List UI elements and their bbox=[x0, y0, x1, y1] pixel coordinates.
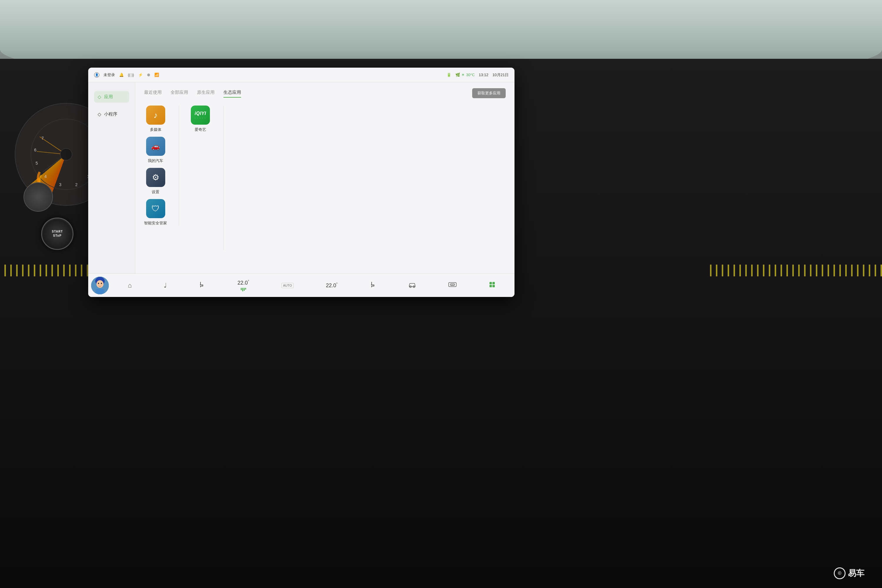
tab-all[interactable]: 全部应用 bbox=[171, 90, 188, 97]
status-bar: 👤 未登录 🔔 ((·)) ⚡ ⊕ 📶 🔋 🌿 ☀ 30°C 13:12 10月… bbox=[88, 68, 514, 82]
sun-icon: ☀ bbox=[461, 73, 465, 77]
app-security[interactable]: 🛡 智能安全管家 bbox=[144, 199, 167, 226]
weather-display: 🌿 ☀ 30°C bbox=[455, 73, 474, 77]
get-more-apps-button[interactable]: 获取更多应用 bbox=[472, 88, 506, 98]
app-multimedia[interactable]: ♪ 多媒体 bbox=[144, 105, 167, 132]
svg-rect-23 bbox=[492, 285, 495, 287]
nav-apps-grid[interactable] bbox=[486, 280, 498, 291]
app-mycar[interactable]: 🚗 我的汽车 bbox=[144, 137, 167, 164]
sidebar-item-apps[interactable]: ◇ 应用 bbox=[94, 91, 129, 103]
nav-360[interactable]: 360 bbox=[445, 280, 460, 291]
svg-rect-22 bbox=[489, 285, 492, 287]
mini-programs-label: 小程序 bbox=[104, 111, 117, 117]
iqiyi-label: 爱奇艺 bbox=[195, 127, 206, 132]
multimedia-label: 多媒体 bbox=[150, 127, 161, 132]
multimedia-icon: ♪ bbox=[146, 105, 165, 124]
signal-icon: 📶 bbox=[154, 73, 159, 77]
sidebar-divider bbox=[224, 106, 224, 250]
recent-apps-column: ♪ 多媒体 🚗 我的汽车 ⚙ bbox=[144, 105, 167, 226]
topbar-left: 👤 未登录 🔔 ((·)) ⚡ ⊕ 📶 bbox=[94, 72, 159, 78]
security-icon: 🛡 bbox=[146, 199, 165, 218]
app-area: 最近使用 全部应用 原生应用 生态应用 获取更多应用 ♪ 多媒体 bbox=[135, 82, 514, 273]
svg-point-8 bbox=[60, 148, 72, 160]
seat-right-icon bbox=[370, 281, 376, 290]
temp-left-display: 22.0° bbox=[237, 279, 249, 286]
apps-icon: ◇ bbox=[98, 94, 101, 100]
temp-right-value: 22.0° bbox=[326, 282, 338, 289]
time-display: 13:12 bbox=[479, 73, 489, 77]
cross-stitch-decoration-left bbox=[0, 265, 88, 276]
infotainment-screen: 👤 未登录 🔔 ((·)) ⚡ ⊕ 📶 🔋 🌿 ☀ 30°C 13:12 10月… bbox=[88, 68, 514, 297]
ai-avatar[interactable] bbox=[91, 277, 109, 294]
tab-recent[interactable]: 最近使用 bbox=[144, 90, 162, 97]
eco-apps-column: iQIYI · · · · · 爱奇艺 bbox=[191, 105, 210, 226]
app-iqiyi[interactable]: iQIYI · · · · · 爱奇艺 bbox=[191, 105, 210, 132]
svg-text:7: 7 bbox=[42, 136, 44, 141]
svg-text:6: 6 bbox=[34, 148, 36, 152]
svg-point-14 bbox=[101, 282, 102, 284]
nav-home[interactable]: ⌂ bbox=[125, 280, 135, 291]
tab-native[interactable]: 原生应用 bbox=[197, 90, 214, 97]
notification-icon: 🔔 bbox=[119, 73, 124, 77]
audio-icon: ((·)) bbox=[128, 73, 134, 77]
app-sidebar: ◇ 应用 ◇ 小程序 bbox=[88, 82, 135, 273]
watermark-logo: © bbox=[834, 567, 846, 579]
mycar-label: 我的汽车 bbox=[148, 158, 163, 164]
iqiyi-icon: iQIYI · · · · · bbox=[191, 105, 210, 124]
bottom-navigation: ⌂ ♩ 22.0° bbox=[112, 278, 512, 293]
svg-point-13 bbox=[98, 282, 99, 284]
nav-seat-left[interactable] bbox=[196, 280, 208, 291]
tab-eco[interactable]: 生态应用 bbox=[224, 90, 241, 97]
temp-control-left[interactable]: 22.0° bbox=[235, 278, 252, 293]
temp-left-value: 22.0° bbox=[237, 279, 249, 286]
avatar-image bbox=[91, 277, 109, 294]
watermark: © 易车 bbox=[834, 567, 864, 579]
svg-text:4: 4 bbox=[44, 174, 47, 179]
weather-icon: 🌿 bbox=[455, 73, 460, 77]
temp-control-right[interactable]: 22.0° bbox=[323, 280, 340, 290]
auto-label: AUTO bbox=[281, 283, 294, 288]
car-view-icon bbox=[408, 281, 416, 290]
user-status: 未登录 bbox=[104, 72, 115, 78]
music-icon: ♩ bbox=[164, 282, 167, 289]
settings-label: 设置 bbox=[152, 189, 159, 195]
topbar-right: 🔋 🌿 ☀ 30°C 13:12 10月21日 bbox=[447, 72, 508, 78]
security-label: 智能安全管家 bbox=[144, 220, 167, 226]
tab-bar: 最近使用 全部应用 原生应用 生态应用 获取更多应用 bbox=[144, 88, 506, 98]
svg-rect-12 bbox=[96, 289, 104, 294]
nav-music[interactable]: ♩ bbox=[161, 280, 170, 291]
start-stop-label: START SToP bbox=[52, 230, 63, 238]
cross-stitch-decoration-right bbox=[706, 265, 882, 276]
volume-knob[interactable] bbox=[24, 182, 53, 212]
watermark-symbol: © bbox=[838, 571, 842, 576]
apps-container: ♪ 多媒体 🚗 我的汽车 ⚙ bbox=[144, 105, 506, 226]
sidebar-item-mini-programs[interactable]: ◇ 小程序 bbox=[94, 108, 129, 120]
screen-content: ◇ 应用 ◇ 小程序 最近使用 全部应用 原生应用 生态应用 获取更多应用 bbox=[88, 82, 514, 273]
start-stop-button[interactable]: START SToP bbox=[41, 218, 74, 250]
date-display: 10月21日 bbox=[492, 72, 508, 78]
apps-label: 应用 bbox=[104, 94, 113, 100]
apps-grid-icon bbox=[489, 281, 495, 290]
360-icon: 360 bbox=[448, 281, 457, 290]
temp-right-display: 22.0° bbox=[326, 282, 338, 289]
settings-icon: ⚙ bbox=[146, 168, 165, 187]
temperature-value: 30°C bbox=[466, 73, 474, 77]
nav-seat-right[interactable] bbox=[367, 280, 379, 291]
svg-text:2: 2 bbox=[75, 182, 78, 187]
nav-car-view[interactable] bbox=[405, 280, 419, 291]
bluetooth-icon: ⚡ bbox=[138, 73, 143, 77]
svg-text:3: 3 bbox=[59, 182, 62, 187]
wifi-icon: ⊕ bbox=[147, 73, 150, 77]
bottom-toolbar: ⌂ ♩ 22.0° bbox=[88, 273, 514, 297]
mini-programs-icon: ◇ bbox=[98, 111, 101, 117]
svg-rect-20 bbox=[489, 282, 492, 284]
svg-rect-21 bbox=[492, 282, 495, 284]
user-icon: 👤 bbox=[94, 72, 99, 78]
app-settings[interactable]: ⚙ 设置 bbox=[144, 168, 167, 195]
svg-point-11 bbox=[96, 280, 104, 288]
watermark-text: 易车 bbox=[848, 568, 864, 579]
svg-text:5: 5 bbox=[36, 161, 38, 165]
mycar-icon: 🚗 bbox=[146, 137, 165, 156]
auto-mode[interactable]: AUTO bbox=[278, 281, 297, 290]
home-icon: ⌂ bbox=[128, 282, 132, 289]
